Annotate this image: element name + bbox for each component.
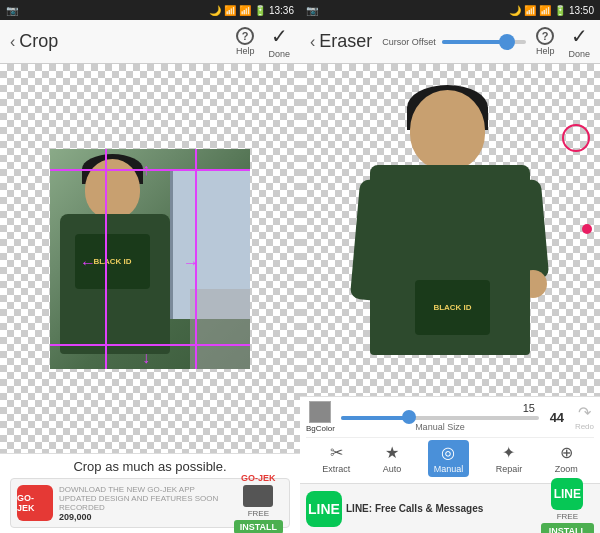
person-main: BLACK ID [365, 90, 535, 370]
redo-button[interactable]: ↷ Redo [575, 403, 594, 431]
moon-icon-right: 🌙 [509, 5, 521, 16]
crop-photo: BLACK ID [50, 149, 250, 369]
ad-row-right[interactable]: LINE LINE: Free Calls & Messages LINE FR… [300, 483, 600, 533]
right-panel: 📷 🌙 📶 📶 🔋 13:50 ‹ Eraser Cursor Offset ?… [300, 0, 600, 533]
status-icons-group-right: 🌙 📶 📶 🔋 13:50 [509, 5, 594, 16]
repair-icon: ✦ [502, 443, 515, 462]
wifi-icon-left: 📶 [224, 5, 236, 16]
hoodie-logo-left: BLACK ID [75, 234, 150, 289]
auto-icon: ★ [385, 443, 399, 462]
install-button-right[interactable]: INSTALL [541, 523, 594, 533]
eraser-circle [562, 124, 590, 152]
done-button-left[interactable]: ✓ Done [268, 24, 290, 59]
cursor-offset-area: Cursor Offset [382, 37, 526, 47]
size-slider[interactable] [341, 416, 539, 420]
bg-color-button[interactable]: BgColor [306, 401, 335, 433]
tool-manual[interactable]: ◎ Manual [428, 440, 470, 477]
manual-size-label: Manual Size [415, 422, 465, 432]
signal-icon-left: 📶 [239, 5, 251, 16]
battery-icon-right: 🔋 [554, 5, 566, 16]
canvas-left: BLACK ID ↑ ↓ ← → [0, 64, 300, 453]
help-icon-left: ? [236, 27, 254, 45]
status-icon-left: 📷 [6, 5, 18, 16]
back-button-right[interactable]: ‹ [310, 33, 315, 51]
slider-fill [442, 40, 501, 44]
status-bar-right: 📷 🌙 📶 📶 🔋 13:50 [300, 0, 600, 20]
time-right: 13:50 [569, 5, 594, 16]
size-slider-wrapper: 15 Manual Size [341, 402, 539, 432]
toolbar-left: ‹ Crop ? Help ✓ Done [0, 20, 300, 64]
person-head-crop [85, 159, 140, 219]
title-group-left: ‹ Crop [10, 31, 58, 52]
cursor-offset-slider[interactable] [442, 40, 526, 44]
help-button-left[interactable]: ? Help [236, 27, 255, 56]
tool-zoom[interactable]: ⊕ Zoom [549, 440, 584, 477]
help-button-right[interactable]: ? Help [536, 27, 555, 56]
auto-label: Auto [383, 464, 402, 474]
done-button-right[interactable]: ✓ Done [568, 24, 590, 59]
cursor-offset-label: Cursor Offset [382, 37, 435, 47]
status-icons-group-left: 🌙 📶 📶 🔋 13:36 [209, 5, 294, 16]
crop-hint: Crop as much as possible. [73, 459, 226, 474]
status-bar-left: 📷 🌙 📶 📶 🔋 13:36 [0, 0, 300, 20]
tool-extract[interactable]: ✂ Extract [316, 440, 356, 477]
bottom-bar-left: Crop as much as possible. GO- JEK DOWNLO… [0, 453, 300, 533]
person-body-crop: BLACK ID [60, 214, 170, 354]
bottom-toolbar-right: BgColor 15 Manual Size 44 ↷ Redo [300, 396, 600, 483]
line-logo-text: LINE [308, 501, 340, 517]
manual-icon: ◎ [441, 443, 455, 462]
ad-free-left: FREE [248, 509, 269, 518]
extract-label: Extract [322, 464, 350, 474]
size-value-bottom: 44 [545, 410, 569, 425]
gojek-logo-text: GO- JEK [17, 493, 53, 513]
extract-icon: ✂ [330, 443, 343, 462]
canvas-right: BLACK ID [300, 64, 600, 396]
tool-repair[interactable]: ✦ Repair [490, 440, 529, 477]
battery-icon-left: 🔋 [254, 5, 266, 16]
redo-label: Redo [575, 422, 594, 431]
tool-auto[interactable]: ★ Auto [377, 440, 408, 477]
install-button-left[interactable]: INSTALL [234, 520, 283, 534]
signal-icon-right: 📶 [539, 5, 551, 16]
ad-banner-left[interactable]: GO- JEK DOWNLOAD THE NEW GO-JEK APP UPDA… [10, 478, 290, 528]
line-logo: LINE [306, 491, 342, 527]
eraser-dot [582, 224, 592, 234]
manual-label: Manual [434, 464, 464, 474]
line-logo-2: LINE [551, 478, 583, 510]
moon-icon-left: 🌙 [209, 5, 221, 16]
checkmark-icon-left: ✓ [271, 24, 288, 48]
checkmark-icon-right: ✓ [571, 24, 588, 48]
hoodie-logo-right: BLACK ID [415, 280, 490, 335]
gojek-logo: GO- JEK [17, 485, 53, 521]
bg-fence [190, 289, 250, 369]
person-body-main: BLACK ID [370, 165, 530, 355]
tool-row: ✂ Extract ★ Auto ◎ Manual ✦ Repair ⊕ Zoo… [306, 437, 594, 479]
size-slider-fill [341, 416, 406, 420]
ad-right-left: GO-JEK FREE INSTALL [234, 473, 283, 534]
ad-text-right: LINE: Free Calls & Messages [346, 502, 537, 516]
help-icon-right: ? [536, 27, 554, 45]
bg-color-label: BgColor [306, 424, 335, 433]
zoom-label: Zoom [555, 464, 578, 474]
redo-icon: ↷ [578, 403, 591, 422]
line-logo-2-text: LINE [554, 487, 581, 501]
crop-image-wrapper[interactable]: BLACK ID ↑ ↓ ← → [50, 149, 250, 369]
toolbar-right: ‹ Eraser Cursor Offset ? Help ✓ Done [300, 20, 600, 64]
back-button-left[interactable]: ‹ [10, 33, 15, 51]
time-left: 13:36 [269, 5, 294, 16]
toolbar-actions-right: ? Help ✓ Done [536, 24, 590, 59]
status-icon-right: 📷 [306, 5, 318, 16]
person-head-main [410, 90, 485, 170]
page-title-left: Crop [19, 31, 58, 52]
left-panel: 📷 🌙 📶 📶 🔋 13:36 ‹ Crop ? Help ✓ Done [0, 0, 300, 533]
line-ad-tagline: LINE: Free Calls & Messages [346, 502, 537, 516]
ad-text-left: DOWNLOAD THE NEW GO-JEK APP UPDATED DESI… [59, 485, 228, 522]
page-title-right: Eraser [319, 31, 372, 52]
wifi-icon-right: 📶 [524, 5, 536, 16]
ad-count-left: 209,000 [59, 512, 228, 522]
bike-icon [243, 485, 273, 507]
slider-thumb[interactable] [499, 34, 515, 50]
ad-tagline-left: DOWNLOAD THE NEW GO-JEK APP UPDATED DESI… [59, 485, 228, 512]
toolbar-actions-left: ? Help ✓ Done [236, 24, 290, 59]
title-group-right: ‹ Eraser [310, 31, 372, 52]
